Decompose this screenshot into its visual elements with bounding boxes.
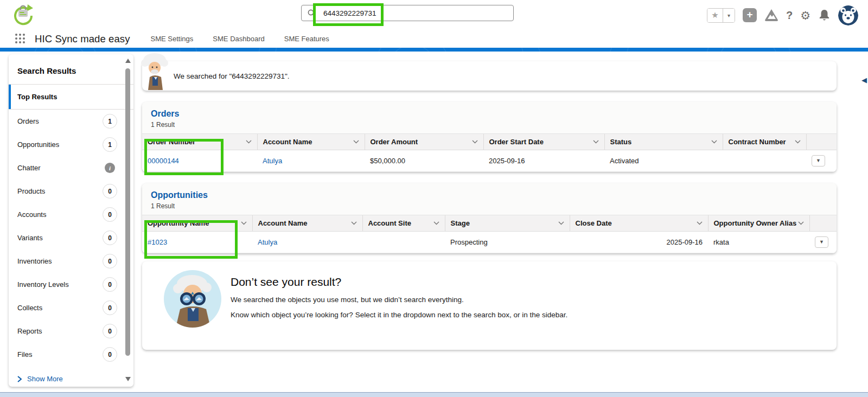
side-panel-toggle-button[interactable]: ◀ (858, 69, 868, 90)
sidebar-item-label: Files (17, 350, 32, 358)
order-status-cell: Activated (604, 150, 723, 172)
sidebar-item-reports[interactable]: Reports 0 (9, 319, 133, 343)
einstein-binoculars-icon (164, 270, 221, 328)
user-avatar[interactable] (838, 5, 858, 25)
column-header-order-start-date[interactable]: Order Start Date (483, 134, 604, 150)
notifications-bell-icon[interactable] (818, 9, 831, 22)
orders-title-link[interactable]: Orders (151, 109, 828, 119)
sidebar-item-label: Inventory Levels (17, 280, 69, 289)
column-header-status[interactable]: Status (604, 134, 723, 150)
favorites-caret-icon[interactable]: ▾ (723, 9, 735, 22)
global-actions-button[interactable]: + (743, 8, 757, 22)
column-header-account-site[interactable]: Account Site (362, 215, 445, 232)
chevron-down-icon (472, 140, 478, 144)
tab-sme-dashboard[interactable]: SME Dashboard (213, 35, 264, 43)
count-badge: 0 (103, 184, 117, 198)
tab-sme-features[interactable]: SME Features (284, 35, 329, 43)
sidebar-item-collects[interactable]: Collects 0 (9, 296, 133, 319)
chevron-down-icon (351, 221, 357, 225)
sidebar-item-label: Opportunities (17, 140, 59, 149)
chevron-down-icon (433, 221, 439, 225)
annotation-box-opportunity-name (144, 220, 238, 259)
sidebar-item-label: Inventories (17, 257, 52, 265)
no-result-title: Don’t see your result? (231, 276, 800, 289)
column-header-account-name[interactable]: Account Name (257, 134, 365, 150)
sidebar-title: Search Results (9, 54, 133, 85)
sidebar-item-label: Reports (17, 327, 42, 335)
row-actions-button[interactable]: ▼ (812, 155, 825, 167)
opportunities-table-row: #1023 Atulya Prospecting 2025-09-16 rkat… (142, 232, 837, 253)
column-header-stage[interactable]: Stage (445, 215, 570, 232)
chevron-down-icon (246, 140, 252, 144)
count-badge: 0 (103, 300, 117, 315)
column-header-owner-alias[interactable]: Opportunity Owner Alias (708, 215, 809, 232)
orders-result-card: Orders 1 Result Order Number Account Nam… (142, 102, 837, 172)
setup-gear-icon[interactable]: ⚙ (800, 10, 810, 21)
column-header-actions (806, 134, 837, 150)
sidebar-item-label: Variants (17, 234, 43, 242)
sidebar-item-label: Collects (17, 304, 42, 312)
owner-alias-cell: rkata (708, 232, 809, 253)
orders-result-count: 1 Result (151, 121, 828, 129)
row-actions-button[interactable]: ▼ (815, 236, 828, 248)
help-icon[interactable]: ? (786, 9, 793, 22)
info-icon: i (105, 163, 115, 173)
column-header-order-amount[interactable]: Order Amount (365, 134, 483, 150)
sidebar-item-inventory-levels[interactable]: Inventory Levels 0 (9, 273, 133, 296)
tab-sme-settings[interactable]: SME Settings (151, 35, 194, 43)
einstein-mascot-icon (139, 52, 170, 91)
show-more-label: Show More (27, 375, 63, 383)
chevron-down-icon (697, 221, 703, 225)
column-header-account-name[interactable]: Account Name (252, 215, 362, 232)
no-result-help-card: Don’t see your result? We searched the o… (142, 261, 837, 350)
global-header: ★ ▾ + ? ⚙ (0, 0, 868, 30)
search-summary-text: We searched for "6443292229731". (174, 72, 290, 80)
favorites-button[interactable]: ★ ▾ (707, 8, 735, 23)
sidebar-item-inventories[interactable]: Inventories 0 (9, 249, 133, 273)
sidebar-item-variants[interactable]: Variants 0 (9, 226, 133, 249)
stage-cell: Prospecting (445, 232, 570, 253)
orders-table-row: 00000144 Atulya $50,000.00 2025-09-16 Ac… (142, 150, 837, 172)
chevron-down-icon (241, 221, 247, 225)
count-badge: 0 (103, 347, 117, 362)
scroll-down-icon[interactable] (125, 377, 131, 381)
order-start-date-cell: 2025-09-16 (483, 150, 604, 172)
column-header-close-date[interactable]: Close Date (570, 215, 708, 232)
chevron-down-icon (711, 140, 717, 144)
chevron-down-icon (558, 221, 564, 225)
app-logo-icon (11, 3, 36, 28)
trailhead-icon[interactable] (764, 9, 778, 22)
count-badge: 0 (103, 324, 117, 338)
count-badge: 1 (103, 137, 117, 152)
column-header-actions (809, 215, 837, 232)
show-more-link[interactable]: Show More (9, 366, 133, 387)
sidebar-item-orders[interactable]: Orders 1 (9, 110, 133, 133)
sidebar-item-accounts[interactable]: Accounts 0 (9, 203, 133, 226)
scrollbar-thumb[interactable] (125, 68, 130, 356)
app-launcher-icon[interactable] (15, 34, 26, 44)
chevron-down-icon (795, 140, 801, 144)
count-badge: 0 (103, 277, 117, 292)
sidebar-item-files[interactable]: Files 0 (9, 343, 133, 366)
annotation-box-order-number (144, 139, 224, 175)
account-name-link[interactable]: Atulya (263, 157, 282, 165)
opportunities-title-link[interactable]: Opportunities (151, 190, 828, 200)
bottom-scroll-strip (0, 392, 868, 397)
sidebar-item-label: Orders (17, 117, 39, 125)
sidebar-item-top-results[interactable]: Top Results (9, 85, 133, 110)
account-site-cell (362, 232, 445, 253)
sidebar-item-label: Chatter (17, 164, 41, 172)
sidebar-scrollbar[interactable] (124, 55, 132, 386)
column-header-contract-number[interactable]: Contract Number (723, 134, 806, 150)
sidebar-item-chatter[interactable]: Chatter i (9, 156, 133, 180)
count-badge: 0 (103, 207, 117, 222)
scroll-up-icon[interactable] (125, 59, 131, 63)
opportunities-result-count: 1 Result (151, 202, 828, 210)
star-icon[interactable]: ★ (707, 9, 723, 22)
sidebar-item-products[interactable]: Products 0 (9, 180, 133, 203)
app-navigation-bar: HIC Sync made easy SME Settings SME Dash… (0, 30, 868, 48)
account-name-link[interactable]: Atulya (258, 238, 277, 246)
sidebar-item-opportunities[interactable]: Opportunities 1 (9, 133, 133, 156)
opportunities-table: Opportunity Name Account Name Account Si… (142, 215, 837, 253)
count-badge: 1 (103, 114, 117, 129)
